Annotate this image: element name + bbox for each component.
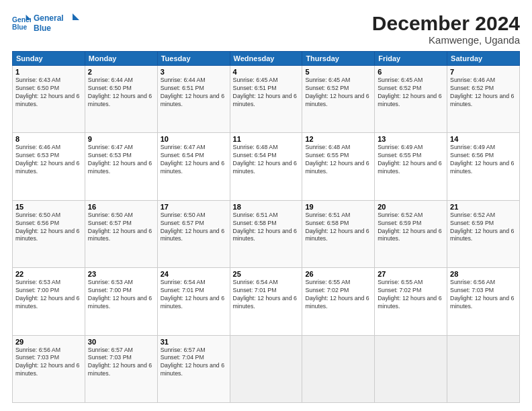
calendar-cell	[230, 335, 302, 402]
logo-svg: General Blue	[34, 12, 81, 34]
calendar-cell	[447, 335, 520, 402]
calendar-cell: 26 Sunrise: 6:55 AM Sunset: 7:02 PM Dayl…	[302, 268, 375, 335]
svg-text:Blue: Blue	[34, 24, 51, 33]
day-info: Sunrise: 6:45 AM Sunset: 6:52 PM Dayligh…	[305, 77, 371, 109]
day-number: 2	[88, 68, 154, 76]
day-info: Sunrise: 6:48 AM Sunset: 6:55 PM Dayligh…	[305, 144, 371, 176]
day-info: Sunrise: 6:47 AM Sunset: 6:53 PM Dayligh…	[88, 144, 154, 176]
day-info: Sunrise: 6:55 AM Sunset: 7:02 PM Dayligh…	[378, 279, 444, 311]
day-number: 20	[378, 203, 444, 211]
day-number: 18	[233, 203, 300, 211]
calendar-table: SundayMondayTuesdayWednesdayThursdayFrid…	[12, 51, 520, 403]
day-number: 25	[233, 270, 300, 278]
calendar-cell: 5 Sunrise: 6:45 AM Sunset: 6:52 PM Dayli…	[302, 66, 375, 133]
calendar-cell: 28 Sunrise: 6:56 AM Sunset: 7:03 PM Dayl…	[447, 268, 520, 335]
day-number: 23	[88, 270, 154, 278]
calendar-cell: 21 Sunrise: 6:52 AM Sunset: 6:59 PM Dayl…	[447, 200, 520, 267]
calendar-cell: 6 Sunrise: 6:45 AM Sunset: 6:52 PM Dayli…	[375, 66, 447, 133]
day-number: 13	[378, 135, 444, 143]
day-number: 12	[305, 135, 371, 143]
calendar-cell: 23 Sunrise: 6:53 AM Sunset: 7:00 PM Dayl…	[85, 268, 157, 335]
calendar-cell: 19 Sunrise: 6:51 AM Sunset: 6:58 PM Dayl…	[302, 200, 375, 267]
calendar-week-row: 15 Sunrise: 6:50 AM Sunset: 6:56 PM Dayl…	[13, 200, 520, 267]
day-info: Sunrise: 6:51 AM Sunset: 6:58 PM Dayligh…	[233, 212, 300, 244]
calendar-cell: 25 Sunrise: 6:54 AM Sunset: 7:01 PM Dayl…	[230, 268, 302, 335]
calendar-cell: 16 Sunrise: 6:50 AM Sunset: 6:57 PM Dayl…	[85, 200, 157, 267]
calendar-cell: 4 Sunrise: 6:45 AM Sunset: 6:51 PM Dayli…	[230, 66, 302, 133]
weekday-header: Friday	[375, 52, 447, 66]
calendar-week-row: 29 Sunrise: 6:56 AM Sunset: 7:03 PM Dayl…	[13, 335, 520, 402]
day-number: 17	[161, 203, 227, 211]
day-info: Sunrise: 6:49 AM Sunset: 6:55 PM Dayligh…	[378, 144, 444, 176]
day-number: 30	[88, 338, 154, 346]
calendar-cell: 20 Sunrise: 6:52 AM Sunset: 6:59 PM Dayl…	[375, 200, 447, 267]
calendar-cell: 1 Sunrise: 6:43 AM Sunset: 6:50 PM Dayli…	[13, 66, 85, 133]
day-info: Sunrise: 6:43 AM Sunset: 6:50 PM Dayligh…	[15, 77, 82, 109]
day-number: 26	[305, 270, 371, 278]
day-info: Sunrise: 6:50 AM Sunset: 6:56 PM Dayligh…	[15, 212, 82, 244]
day-info: Sunrise: 6:54 AM Sunset: 7:01 PM Dayligh…	[233, 279, 300, 311]
day-info: Sunrise: 6:48 AM Sunset: 6:54 PM Dayligh…	[233, 144, 300, 176]
calendar-cell: 27 Sunrise: 6:55 AM Sunset: 7:02 PM Dayl…	[375, 268, 447, 335]
calendar-cell: 8 Sunrise: 6:46 AM Sunset: 6:53 PM Dayli…	[13, 133, 85, 200]
day-info: Sunrise: 6:47 AM Sunset: 6:54 PM Dayligh…	[161, 144, 227, 176]
day-info: Sunrise: 6:45 AM Sunset: 6:51 PM Dayligh…	[233, 77, 300, 109]
calendar-cell: 14 Sunrise: 6:49 AM Sunset: 6:56 PM Dayl…	[447, 133, 520, 200]
svg-text:General: General	[34, 13, 64, 23]
day-number: 7	[450, 68, 517, 76]
calendar-cell: 13 Sunrise: 6:49 AM Sunset: 6:55 PM Dayl…	[375, 133, 447, 200]
svg-marker-4	[73, 13, 79, 20]
day-number: 6	[378, 68, 444, 76]
day-info: Sunrise: 6:49 AM Sunset: 6:56 PM Dayligh…	[450, 144, 517, 176]
day-info: Sunrise: 6:55 AM Sunset: 7:02 PM Dayligh…	[305, 279, 371, 311]
calendar-week-row: 8 Sunrise: 6:46 AM Sunset: 6:53 PM Dayli…	[13, 133, 520, 200]
day-info: Sunrise: 6:50 AM Sunset: 6:57 PM Dayligh…	[88, 212, 154, 244]
calendar-cell: 15 Sunrise: 6:50 AM Sunset: 6:56 PM Dayl…	[13, 200, 85, 267]
day-info: Sunrise: 6:56 AM Sunset: 7:03 PM Dayligh…	[450, 279, 517, 311]
day-number: 4	[233, 68, 300, 76]
day-info: Sunrise: 6:50 AM Sunset: 6:57 PM Dayligh…	[161, 212, 227, 244]
svg-text:Blue: Blue	[12, 24, 28, 31]
weekday-header: Wednesday	[230, 52, 302, 66]
day-number: 29	[15, 338, 82, 346]
day-number: 31	[161, 338, 227, 346]
calendar-cell: 11 Sunrise: 6:48 AM Sunset: 6:54 PM Dayl…	[230, 133, 302, 200]
calendar-cell: 18 Sunrise: 6:51 AM Sunset: 6:58 PM Dayl…	[230, 200, 302, 267]
day-number: 19	[305, 203, 371, 211]
subtitle: Kamwenge, Uganda	[372, 34, 520, 46]
day-info: Sunrise: 6:51 AM Sunset: 6:58 PM Dayligh…	[305, 212, 371, 244]
day-number: 9	[88, 135, 154, 143]
day-number: 24	[161, 270, 227, 278]
header: General Blue General Blue December 2024 …	[12, 12, 520, 46]
calendar-cell: 7 Sunrise: 6:46 AM Sunset: 6:52 PM Dayli…	[447, 66, 520, 133]
calendar-week-row: 22 Sunrise: 6:53 AM Sunset: 7:00 PM Dayl…	[13, 268, 520, 335]
weekday-header: Sunday	[13, 52, 85, 66]
calendar-cell: 17 Sunrise: 6:50 AM Sunset: 6:57 PM Dayl…	[157, 200, 230, 267]
day-info: Sunrise: 6:53 AM Sunset: 7:00 PM Dayligh…	[88, 279, 154, 311]
calendar-cell	[302, 335, 375, 402]
calendar-cell: 31 Sunrise: 6:57 AM Sunset: 7:04 PM Dayl…	[157, 335, 230, 402]
day-info: Sunrise: 6:56 AM Sunset: 7:03 PM Dayligh…	[15, 347, 82, 379]
day-info: Sunrise: 6:46 AM Sunset: 6:53 PM Dayligh…	[15, 144, 82, 176]
calendar-cell: 10 Sunrise: 6:47 AM Sunset: 6:54 PM Dayl…	[157, 133, 230, 200]
day-info: Sunrise: 6:52 AM Sunset: 6:59 PM Dayligh…	[450, 212, 517, 244]
weekday-header: Saturday	[447, 52, 520, 66]
calendar-week-row: 1 Sunrise: 6:43 AM Sunset: 6:50 PM Dayli…	[13, 66, 520, 133]
calendar-cell: 3 Sunrise: 6:44 AM Sunset: 6:51 PM Dayli…	[157, 66, 230, 133]
day-info: Sunrise: 6:57 AM Sunset: 7:04 PM Dayligh…	[161, 347, 227, 379]
day-number: 11	[233, 135, 300, 143]
day-number: 22	[15, 270, 82, 278]
calendar-cell: 12 Sunrise: 6:48 AM Sunset: 6:55 PM Dayl…	[302, 133, 375, 200]
day-info: Sunrise: 6:52 AM Sunset: 6:59 PM Dayligh…	[378, 212, 444, 244]
day-info: Sunrise: 6:45 AM Sunset: 6:52 PM Dayligh…	[378, 77, 444, 109]
day-info: Sunrise: 6:57 AM Sunset: 7:03 PM Dayligh…	[88, 347, 154, 379]
day-info: Sunrise: 6:46 AM Sunset: 6:52 PM Dayligh…	[450, 77, 517, 109]
day-number: 14	[450, 135, 517, 143]
weekday-header: Monday	[85, 52, 157, 66]
day-info: Sunrise: 6:44 AM Sunset: 6:51 PM Dayligh…	[161, 77, 227, 109]
main-title: December 2024	[372, 12, 520, 34]
calendar-cell: 2 Sunrise: 6:44 AM Sunset: 6:50 PM Dayli…	[85, 66, 157, 133]
day-info: Sunrise: 6:44 AM Sunset: 6:50 PM Dayligh…	[88, 77, 154, 109]
day-info: Sunrise: 6:53 AM Sunset: 7:00 PM Dayligh…	[15, 279, 82, 311]
day-info: Sunrise: 6:54 AM Sunset: 7:01 PM Dayligh…	[161, 279, 227, 311]
